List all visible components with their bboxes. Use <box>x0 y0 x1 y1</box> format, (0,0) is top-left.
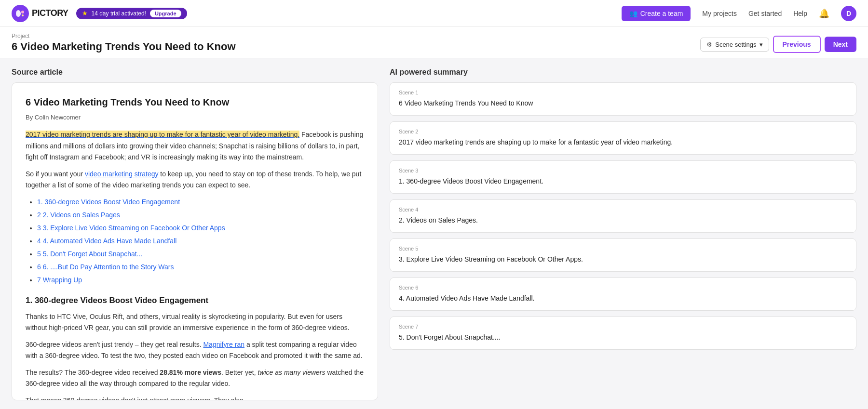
scene-list: Scene 1 6 Video Marketing Trends You Nee… <box>390 82 856 350</box>
scene-card-6[interactable]: Scene 6 4. Automated Video Ads Have Made… <box>390 277 856 311</box>
toc-item-3: 3 3. Explore Live Video Streaming on Fac… <box>37 223 364 234</box>
project-title: 6 Video Marketing Trends You Need to Kno… <box>12 40 236 53</box>
my-projects-link[interactable]: My projects <box>702 10 737 17</box>
toc-link-7[interactable]: 7 Wrapping Up <box>37 276 82 284</box>
source-article-title: Source article <box>12 68 378 77</box>
logo-text: PICTORY <box>32 8 68 18</box>
scene-label-4: Scene 4 <box>399 207 847 212</box>
section1-p3-pre: The results? The 360-degree video receiv… <box>26 369 160 376</box>
views-bold: 28.81% more views <box>160 369 221 376</box>
scene-label-6: Scene 6 <box>399 285 847 290</box>
highlighted-link[interactable]: 2017 video marketing trends are shaping … <box>26 131 299 138</box>
scene-text-5: 3. Explore Live Video Streaming on Faceb… <box>399 254 847 264</box>
svg-point-2 <box>21 11 24 13</box>
app-header: PICTORY ★ 14 day trial activated! Upgrad… <box>0 0 868 27</box>
article-heading: 6 Video Marketing Trends You Need to Kno… <box>26 94 364 110</box>
logo-icon <box>12 5 29 22</box>
scene-text-1: 6 Video Marketing Trends You Need to Kno… <box>399 98 847 108</box>
main-content: Source article 6 Video Marketing Trends … <box>0 58 868 409</box>
toc-link-2[interactable]: 2 2. Videos on Sales Pages <box>37 211 120 219</box>
trial-star-icon: ★ <box>82 10 88 17</box>
chevron-down-icon: ▾ <box>760 41 763 48</box>
scene-settings-button[interactable]: ⚙ Scene settings ▾ <box>700 38 769 52</box>
notification-icon[interactable]: 🔔 <box>819 8 829 19</box>
section1-p2-text: 360-degree videos aren't just trendy – t… <box>26 341 203 348</box>
trial-text: 14 day trial activated! <box>92 10 146 17</box>
right-panel: AI powered summary Scene 1 6 Video Marke… <box>390 68 856 404</box>
scene-card-2[interactable]: Scene 2 2017 video marketing trends are … <box>390 121 856 155</box>
scene-card-7[interactable]: Scene 7 5. Don't Forget About Snapchat..… <box>390 317 856 350</box>
avatar[interactable]: D <box>841 6 856 21</box>
gear-icon: ⚙ <box>706 41 712 48</box>
section1-paragraph-4: That means 360-degree videos don't just … <box>26 395 364 400</box>
team-icon: 👥 <box>629 10 637 17</box>
help-link[interactable]: Help <box>793 10 807 17</box>
project-info: Project 6 Video Marketing Trends You Nee… <box>12 33 236 53</box>
next-button[interactable]: Next <box>825 37 856 52</box>
section1-p3-mid: . Better yet, <box>221 369 258 376</box>
previous-button[interactable]: Previous <box>773 36 821 53</box>
scene-label-7: Scene 7 <box>399 324 847 330</box>
scene-label-3: Scene 3 <box>399 168 847 173</box>
section1-paragraph-2: 360-degree videos aren't just trendy – t… <box>26 339 364 361</box>
get-started-link[interactable]: Get started <box>748 10 782 17</box>
toc-link-1[interactable]: 1. 360-degree Videos Boost Video Engagem… <box>37 198 180 206</box>
toc-item-6: 6 6. ....But Do Pay Attention to the Sto… <box>37 262 364 273</box>
magnifyre-link[interactable]: Magnifyre ran <box>203 341 244 348</box>
table-of-contents: 1. 360-degree Videos Boost Video Engagem… <box>37 197 364 286</box>
scene-text-6: 4. Automated Video Ads Have Made Landfal… <box>399 293 847 303</box>
article-box[interactable]: 6 Video Marketing Trends You Need to Kno… <box>12 82 378 400</box>
upgrade-button[interactable]: Upgrade <box>150 10 181 17</box>
project-header: Project 6 Video Marketing Trends You Nee… <box>0 27 868 58</box>
toc-item-7: 7 Wrapping Up <box>37 275 364 286</box>
article-author: By Colin Newcomer <box>26 112 364 122</box>
toc-link-4[interactable]: 4 4. Automated Video Ads Have Made Landf… <box>37 237 176 245</box>
toc-item-1: 1. 360-degree Videos Boost Video Engagem… <box>37 197 364 208</box>
scene-card-4[interactable]: Scene 4 2. Videos on Sales Pages. <box>390 199 856 233</box>
toc-item-4: 4 4. Automated Video Ads Have Made Landf… <box>37 236 364 247</box>
toc-link-3[interactable]: 3 3. Explore Live Video Streaming on Fac… <box>37 224 225 232</box>
scene-label-2: Scene 2 <box>399 129 847 134</box>
scene-text-4: 2. Videos on Sales Pages. <box>399 215 847 225</box>
viewers-italic: twice as many viewers <box>258 369 325 376</box>
toc-item-5: 5 5. Don't Forget About Snapchat... <box>37 249 364 260</box>
logo[interactable]: PICTORY <box>12 5 68 22</box>
scene-label-5: Scene 5 <box>399 246 847 251</box>
section1-paragraph-1: Thanks to HTC Vive, Oculus Rift, and oth… <box>26 311 364 333</box>
project-label: Project <box>12 33 236 40</box>
svg-point-1 <box>16 10 21 17</box>
create-team-button[interactable]: 👥 Create a team <box>622 6 691 21</box>
scene-label-1: Scene 1 <box>399 90 847 95</box>
svg-point-3 <box>22 14 24 16</box>
header-nav: 👥 Create a team My projects Get started … <box>622 6 856 21</box>
scene-card-5[interactable]: Scene 5 3. Explore Live Video Streaming … <box>390 238 856 272</box>
scene-text-3: 1. 360-degree Videos Boost Video Engagem… <box>399 176 847 186</box>
scene-settings-label: Scene settings <box>715 41 756 48</box>
scene-card-1[interactable]: Scene 1 6 Video Marketing Trends You Nee… <box>390 82 856 116</box>
article-paragraph-1: 2017 video marketing trends are shaping … <box>26 129 364 162</box>
left-panel: Source article 6 Video Marketing Trends … <box>12 68 378 404</box>
paragraph2-text: So if you want your <box>26 170 85 178</box>
article-paragraph-2: So if you want your video marketing stra… <box>26 169 364 191</box>
scene-text-2: 2017 video marketing trends are shaping … <box>399 137 847 147</box>
video-strategy-link[interactable]: video marketing strategy <box>85 170 159 178</box>
toc-item-2: 2 2. Videos on Sales Pages <box>37 210 364 221</box>
toc-link-6[interactable]: 6 6. ....But Do Pay Attention to the Sto… <box>37 263 174 271</box>
scene-card-3[interactable]: Scene 3 1. 360-degree Videos Boost Video… <box>390 160 856 194</box>
section1-heading: 1. 360-degree Videos Boost Video Engagem… <box>26 294 364 307</box>
header-left: PICTORY ★ 14 day trial activated! Upgrad… <box>12 5 187 22</box>
toc-link-5[interactable]: 5 5. Don't Forget About Snapchat... <box>37 250 142 258</box>
section1-paragraph-3: The results? The 360-degree video receiv… <box>26 367 364 389</box>
trial-badge: ★ 14 day trial activated! Upgrade <box>76 8 187 19</box>
highlighted-sentence: 2017 video marketing trends are shaping … <box>26 131 299 138</box>
create-team-label: Create a team <box>640 10 683 17</box>
project-actions: ⚙ Scene settings ▾ Previous Next <box>700 36 856 53</box>
scene-text-7: 5. Don't Forget About Snapchat.... <box>399 332 847 343</box>
ai-summary-title: AI powered summary <box>390 68 856 77</box>
